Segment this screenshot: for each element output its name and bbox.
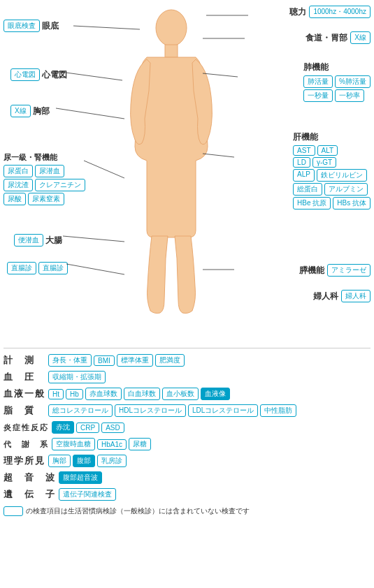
svg-point-0 <box>156 10 187 46</box>
tag-fev1: 一秒量 <box>303 89 333 102</box>
tag-triglycerides: 中性脂肪 <box>260 404 296 417</box>
svg-line-4 <box>56 108 124 119</box>
ann-pancreas: 膵機能 アミラーゼ <box>299 264 371 277</box>
tag-alp: ALP <box>293 169 315 182</box>
tag-rectum2: 直腸診 <box>38 262 68 274</box>
tag-stool: 便潜血 <box>14 234 43 247</box>
note-box-icon <box>3 506 23 516</box>
label-eye: 眼底 <box>42 20 59 32</box>
ann-gynecology: 婦人科 婦人科 <box>313 290 371 302</box>
ann-eye: 眼底検査 眼底 <box>3 20 59 32</box>
liver-row4: 総蛋白 アルブミン <box>293 183 371 196</box>
label-pancreas: 膵機能 <box>299 265 324 277</box>
label-gynecology: 婦人科 <box>313 291 338 302</box>
tag-ast: AST <box>293 145 315 156</box>
tag-abdominal-us: 腹部超音波 <box>59 471 102 484</box>
body-diagram: 眼底検査 眼底 心電図 心電図 X線 胸部 尿一級・腎機能 尿蛋白 尿潜血 <box>0 0 374 342</box>
svg-line-6 <box>63 236 124 242</box>
tag-eye-exam: 眼底検査 <box>3 20 40 32</box>
tag-ld: LD <box>293 157 310 168</box>
label-inflammation: 炎症性反応 <box>3 422 49 433</box>
page: 眼底検査 眼底 心電図 心電図 X線 胸部 尿一級・腎機能 尿蛋白 尿潜血 <box>0 0 374 523</box>
tag-urine-sediment: 尿沈渣 <box>3 179 33 191</box>
note-row: の検査項目は生活習慣病検診（一般検診）には含まれていない検査です <box>3 506 371 516</box>
tag-percent-vital: %肺活量 <box>335 75 371 88</box>
tag-chest-exam: 胸部 <box>48 455 71 467</box>
label-hearing: 聴力 <box>289 6 306 18</box>
tag-xray: X線 <box>10 105 31 117</box>
ann-lung: 肺機能 肺活量 %肺活量 一秒量 一秒率 <box>303 61 371 102</box>
lung-tags-row2: 一秒量 一秒率 <box>303 89 371 102</box>
human-figure <box>122 7 220 314</box>
tag-hbe-antigen: HBe 抗原 <box>293 197 331 210</box>
row-blood-general: 血液一般 Ht Hb 赤血球数 白血球数 血小板数 血液像 <box>3 388 371 400</box>
tag-fasting-glucose: 空腹時血糖 <box>52 438 95 450</box>
tags-physical: 胸部 腹部 乳房診 <box>48 455 127 467</box>
tag-urine-occult: 尿潜血 <box>35 165 64 177</box>
label-colon: 大腸 <box>45 235 62 247</box>
row-physical: 理学所見 胸部 腹部 乳房診 <box>3 455 371 467</box>
tags-ultrasound: 腹部超音波 <box>59 471 102 484</box>
bottom-section: 計 測 身長・体重 BMI 標準体重 肥満度 血 圧 収縮期・拡張期 血液一般 … <box>0 342 374 523</box>
tags-lipid: 総コレステロール HDLコレステロール LDLコレステロール 中性脂肪 <box>48 404 296 417</box>
liver-row1: AST ALT <box>293 145 371 156</box>
label-bp: 血 圧 <box>3 371 45 383</box>
row-inflammation: 炎症性反応 赤沈 CRP ASD <box>3 421 371 434</box>
tag-hbs-antibody: HBs 抗体 <box>333 197 371 210</box>
row-bp: 血 圧 収縮期・拡張期 <box>3 371 371 383</box>
tag-blood-image: 血液像 <box>201 388 230 400</box>
tag-albumin: アルブミン <box>324 183 368 196</box>
ann-rectum: 直腸診 直腸診 <box>7 262 68 274</box>
urine-tags-row2: 尿沈渣 クレアニチン <box>3 179 85 191</box>
ann-heart: 心電図 心電図 <box>10 68 67 81</box>
svg-rect-1 <box>165 45 178 57</box>
tag-fev1-ratio: 一秒率 <box>335 89 364 102</box>
label-measurement: 計 測 <box>3 354 45 367</box>
tag-bmi: BMI <box>94 355 115 366</box>
tag-rbc: 赤血球数 <box>85 388 122 400</box>
tag-bilirubin: 鉄ビリルビン <box>317 169 367 182</box>
liver-row5: HBe 抗原 HBs 抗体 <box>293 197 371 210</box>
tag-systolic-diastolic: 収縮期・拡張期 <box>48 371 106 383</box>
row-measurement: 計 測 身長・体重 BMI 標準体重 肥満度 <box>3 354 371 367</box>
tag-platelets: 血小板数 <box>162 388 199 400</box>
lung-tags-row1: 肺活量 %肺活量 <box>303 75 371 88</box>
ann-chest: X線 胸部 <box>10 105 50 117</box>
tag-wbc: 白血球数 <box>124 388 160 400</box>
label-liver: 肝機能 <box>293 131 371 143</box>
tag-creatinine: クレアニチン <box>35 179 85 191</box>
ann-stool: 便潜血 大腸 <box>14 234 62 247</box>
label-physical: 理学所見 <box>3 455 45 467</box>
svg-line-5 <box>84 161 124 178</box>
tag-urine-protein: 尿蛋白 <box>3 165 33 177</box>
tag-heart-ecg: 心電図 <box>10 68 40 81</box>
liver-row3: ALP 鉄ビリルビン <box>293 169 371 182</box>
tags-inflammation: 赤沈 CRP ASD <box>52 421 124 434</box>
label-blood-general: 血液一般 <box>3 388 45 400</box>
tag-uric-acid: 尿酸 <box>3 193 26 205</box>
tag-vital-capacity: 肺活量 <box>303 75 333 88</box>
tag-hearing-freq: 1000hz・4000hz <box>309 6 371 18</box>
label-chest: 胸部 <box>33 105 50 117</box>
tag-standard-weight: 標準体重 <box>117 354 153 367</box>
tag-abdomen-exam: 腹部 <box>73 455 95 467</box>
tag-crp: CRP <box>76 422 99 433</box>
label-ultrasound: 超 音 波 <box>3 471 56 484</box>
tag-ggt: γ-GT <box>312 157 336 168</box>
row-gene: 遺 伝 子 遺伝子関連検査 <box>3 488 371 501</box>
row-lipid: 脂 質 総コレステロール HDLコレステロール LDLコレステロール 中性脂肪 <box>3 404 371 417</box>
ann-urine: 尿一級・腎機能 尿蛋白 尿潜血 尿沈渣 クレアニチン 尿酸 尿素窒素 <box>3 152 85 205</box>
tag-asd: ASD <box>101 422 124 433</box>
tag-hb: Hb <box>66 389 83 399</box>
liver-row2: LD γ-GT <box>293 157 371 168</box>
tag-total-protein: 総蛋白 <box>293 183 322 196</box>
tags-metabolism: 空腹時血糖 HbA1c 尿糖 <box>52 438 151 450</box>
tag-esr: 赤沈 <box>52 421 74 434</box>
tag-hba1c: HbA1c <box>97 439 127 450</box>
tag-total-cholesterol: 総コレステロール <box>48 404 113 417</box>
urine-tags-row1: 尿蛋白 尿潜血 <box>3 165 85 177</box>
label-metabolism: 代 謝 系 <box>3 439 49 450</box>
tag-rectum1: 直腸診 <box>7 262 36 274</box>
tag-obesity: 肥満度 <box>155 354 185 367</box>
urine-tags-row3: 尿酸 尿素窒素 <box>3 193 85 205</box>
